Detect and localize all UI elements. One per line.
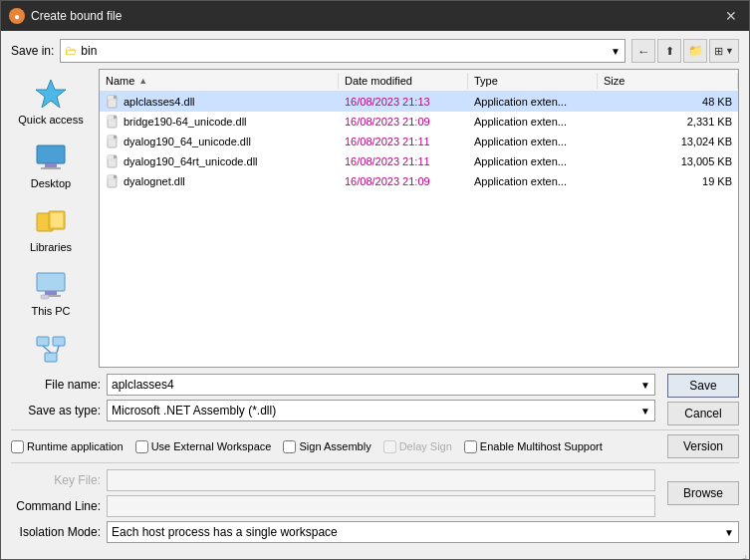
save-as-dropdown-arrow: ▼	[640, 406, 650, 417]
nav-item-libraries[interactable]: Libraries	[11, 196, 91, 258]
svg-marker-0	[36, 80, 66, 108]
delay-sign-input[interactable]	[383, 440, 396, 453]
save-in-combo[interactable]: 🗁 bin ▼	[60, 39, 625, 63]
svg-rect-8	[45, 291, 57, 295]
svg-rect-12	[53, 337, 65, 346]
file-cell-size: 19 KB	[598, 173, 738, 189]
svg-rect-21	[108, 116, 114, 120]
file-cell-size: 13,024 KB	[598, 134, 738, 149]
svg-rect-17	[108, 96, 114, 100]
nav-item-desktop-label: Desktop	[31, 177, 71, 189]
file-cell-size: 48 KB	[598, 94, 738, 110]
svg-rect-13	[45, 353, 57, 362]
runtime-app-checkbox[interactable]: Runtime application	[11, 440, 124, 453]
resize-handle[interactable]: ⌟	[742, 548, 747, 561]
dll-file-icon	[106, 174, 120, 188]
save-as-combo[interactable]: Microsoft .NET Assembly (*.dll) ▼	[107, 400, 655, 421]
up-button[interactable]: ⬆	[657, 39, 681, 63]
cancel-button[interactable]: Cancel	[667, 402, 739, 425]
file-cell-type: Application exten...	[468, 94, 598, 110]
nav-item-libraries-label: Libraries	[30, 241, 72, 253]
col-header-date[interactable]: Date modified	[339, 73, 468, 89]
title-bar: ● Create bound file ✕	[1, 1, 749, 31]
nav-item-desktop[interactable]: Desktop	[11, 133, 91, 194]
sign-assembly-checkbox[interactable]: Sign Assembly	[283, 440, 371, 453]
file-cell-size: 2,331 KB	[598, 114, 738, 130]
enable-multihost-checkbox[interactable]: Enable Multihost Support	[464, 440, 603, 453]
sign-assembly-input[interactable]	[283, 440, 296, 453]
folder-icon: 🗁	[65, 44, 77, 58]
dll-file-icon	[106, 154, 120, 168]
file-cell-date: 16/08/2023 21:09	[339, 173, 468, 189]
close-button[interactable]: ✕	[721, 6, 741, 26]
save-button[interactable]: Save	[667, 374, 739, 398]
file-row[interactable]: dyalog190_64_unicode.dll 16/08/2023 21:1…	[100, 132, 738, 151]
svg-rect-23	[114, 116, 117, 119]
file-panel: Name ▲ Date modified Type Size	[99, 69, 739, 368]
file-cell-date: 16/08/2023 21:09	[339, 114, 468, 130]
nav-item-quick-access[interactable]: Quick access	[11, 69, 91, 131]
views-icon: ⊞	[714, 45, 723, 58]
runtime-app-label: Runtime application	[27, 440, 124, 452]
views-button[interactable]: ⊞ ▼	[709, 39, 739, 63]
svg-rect-2	[45, 163, 57, 167]
nav-panel: Quick access Desktop	[11, 69, 91, 368]
runtime-app-input[interactable]	[11, 440, 24, 453]
isolation-label: Isolation Mode:	[11, 525, 101, 539]
file-name-label: File name:	[11, 378, 101, 392]
dropdown-arrow-icon: ▼	[611, 46, 621, 57]
file-row[interactable]: bridge190-64_unicode.dll 16/08/2023 21:0…	[100, 112, 738, 132]
isolation-value: Each host process has a single workspace	[112, 525, 338, 539]
create-folder-button[interactable]: 📁	[683, 39, 707, 63]
svg-rect-6	[51, 213, 63, 227]
file-cell-type: Application exten...	[468, 153, 598, 169]
key-file-input[interactable]	[107, 469, 655, 491]
file-row[interactable]: aplclasses4.dll 16/08/2023 21:13 Applica…	[100, 92, 738, 112]
browse-button[interactable]: Browse	[667, 481, 739, 505]
save-in-value: bin	[81, 44, 97, 58]
nav-item-network[interactable]: Network	[11, 324, 91, 368]
svg-rect-31	[114, 155, 117, 158]
col-header-name[interactable]: Name ▲	[100, 73, 339, 89]
use-external-label: Use External Workspace	[151, 440, 272, 452]
svg-rect-25	[108, 136, 114, 140]
file-name-combo[interactable]: aplclasses4 ▼	[107, 374, 655, 396]
enable-multihost-input[interactable]	[464, 440, 477, 453]
sort-arrow-icon: ▲	[138, 76, 147, 86]
col-header-type[interactable]: Type	[468, 73, 598, 89]
command-line-input[interactable]	[107, 495, 655, 517]
version-button[interactable]: Version	[667, 434, 739, 458]
file-row[interactable]: dyalog190_64rt_unicode.dll 16/08/2023 21…	[100, 151, 738, 171]
file-name-value: aplclasses4	[112, 378, 174, 392]
dll-file-icon	[106, 115, 120, 129]
new-folder-icon: 📁	[688, 44, 703, 58]
quick-access-icon	[31, 74, 71, 114]
svg-rect-29	[108, 155, 114, 159]
dialog-title: Create bound file	[31, 9, 122, 23]
file-cell-name: bridge190-64_unicode.dll	[100, 113, 339, 131]
file-cell-name: aplclasses4.dll	[100, 93, 339, 111]
back-button[interactable]: ←	[631, 39, 655, 63]
nav-item-this-pc[interactable]: This PC	[11, 260, 91, 322]
libraries-icon	[31, 201, 71, 241]
file-list-header: Name ▲ Date modified Type Size	[100, 70, 738, 92]
file-cell-date: 16/08/2023 21:11	[339, 134, 468, 149]
views-dropdown-arrow: ▼	[725, 46, 734, 56]
use-external-input[interactable]	[135, 440, 148, 453]
file-name-dropdown-arrow: ▼	[640, 380, 650, 391]
svg-rect-27	[114, 136, 117, 139]
file-row[interactable]: dyalognet.dll 16/08/2023 21:09 Applicati…	[100, 171, 738, 191]
svg-rect-1	[37, 145, 65, 163]
options-row: Runtime application Use External Workspa…	[11, 429, 739, 463]
dll-file-icon	[106, 135, 120, 148]
isolation-combo[interactable]: Each host process has a single workspace…	[107, 521, 739, 543]
command-line-label: Command Line:	[11, 499, 101, 513]
key-file-label: Key File:	[11, 473, 101, 487]
file-cell-type: Application exten...	[468, 134, 598, 149]
file-cell-name: dyalog190_64_unicode.dll	[100, 133, 339, 150]
use-external-checkbox[interactable]: Use External Workspace	[135, 440, 272, 453]
col-header-size[interactable]: Size	[598, 73, 738, 89]
svg-rect-33	[108, 175, 114, 179]
delay-sign-checkbox[interactable]: Delay Sign	[383, 440, 452, 453]
sign-assembly-label: Sign Assembly	[299, 440, 371, 452]
